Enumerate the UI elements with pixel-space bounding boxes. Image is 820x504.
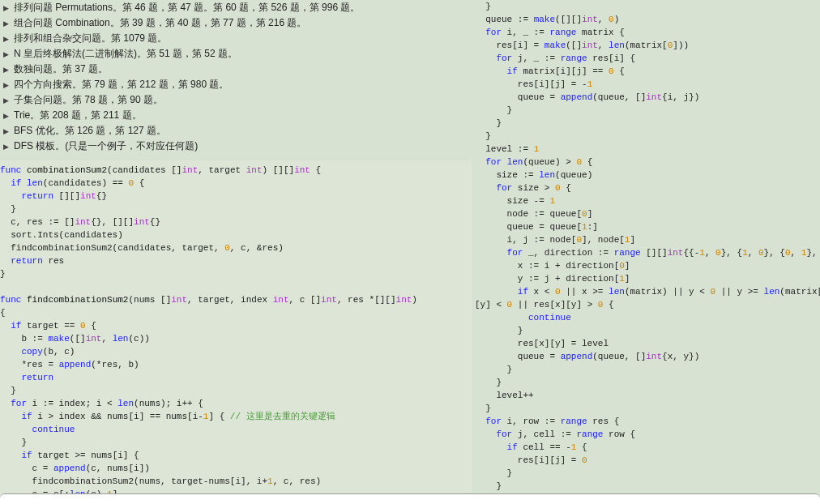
list-item: ▶Trie。第 208 题，第 211 题。 xyxy=(0,108,472,123)
bullet-icon: ▶ xyxy=(3,124,9,139)
bullet-text: 组合问题 Combination。第 39 题，第 40 题，第 77 题，第 … xyxy=(14,15,306,30)
bullet-text: 排列问题 Permutations。第 46 题，第 47 题。第 60 题，第… xyxy=(14,0,360,15)
bullet-icon: ▶ xyxy=(3,109,9,123)
list-item: ▶排列问题 Permutations。第 46 题，第 47 题。第 60 题，… xyxy=(0,0,472,15)
bullet-icon: ▶ xyxy=(3,78,9,92)
bullet-icon: ▶ xyxy=(3,62,9,77)
list-item: ▶数独问题。第 37 题。 xyxy=(0,62,472,77)
bullet-text: BFS 优化。第 126 题，第 127 题。 xyxy=(14,123,166,138)
bullet-text: N 皇后终极解法(二进制解法)。第 51 题，第 52 题。 xyxy=(14,46,237,61)
list-item: ▶子集合问题。第 78 题，第 90 题。 xyxy=(0,92,472,108)
bullet-text: DFS 模板。(只是一个例子，不对应任何题) xyxy=(14,139,198,153)
bullet-text: 四个方向搜索。第 79 题，第 212 题，第 980 题。 xyxy=(14,77,228,92)
bullet-icon: ▶ xyxy=(3,93,9,108)
bullet-text: 子集合问题。第 78 题，第 90 题。 xyxy=(14,92,163,107)
bullet-text: Trie。第 208 题，第 211 题。 xyxy=(14,108,142,122)
bullet-icon: ▶ xyxy=(3,139,9,154)
bullet-text: 排列和组合杂交问题。第 1079 题。 xyxy=(14,31,167,45)
bullet-text: 数独问题。第 37 题。 xyxy=(14,62,108,76)
list-item: ▶N 皇后终极解法(二进制解法)。第 51 题，第 52 题。 xyxy=(0,46,472,62)
list-item: ▶DFS 模板。(只是一个例子，不对应任何题) xyxy=(0,139,472,154)
list-item: ▶排列和组合杂交问题。第 1079 题。 xyxy=(0,31,472,46)
topic-list: ▶排列问题 Permutations。第 46 题，第 47 题。第 60 题，… xyxy=(0,0,472,160)
bullet-icon: ▶ xyxy=(3,16,9,31)
code-block-left: func combinationSum2(candidates []int, t… xyxy=(0,160,472,504)
list-item: ▶BFS 优化。第 126 题，第 127 题。 xyxy=(0,123,472,139)
code-block-right: } queue := make([][]int, 0) for i, _ := … xyxy=(472,0,820,504)
list-item: ▶四个方向搜索。第 79 题，第 212 题，第 980 题。 xyxy=(0,77,472,92)
bullet-icon: ▶ xyxy=(3,47,9,62)
bullet-icon: ▶ xyxy=(3,32,9,46)
bottom-bar xyxy=(0,493,820,504)
list-item: ▶组合问题 Combination。第 39 题，第 40 题，第 77 题，第… xyxy=(0,15,472,31)
bullet-icon: ▶ xyxy=(3,1,9,15)
